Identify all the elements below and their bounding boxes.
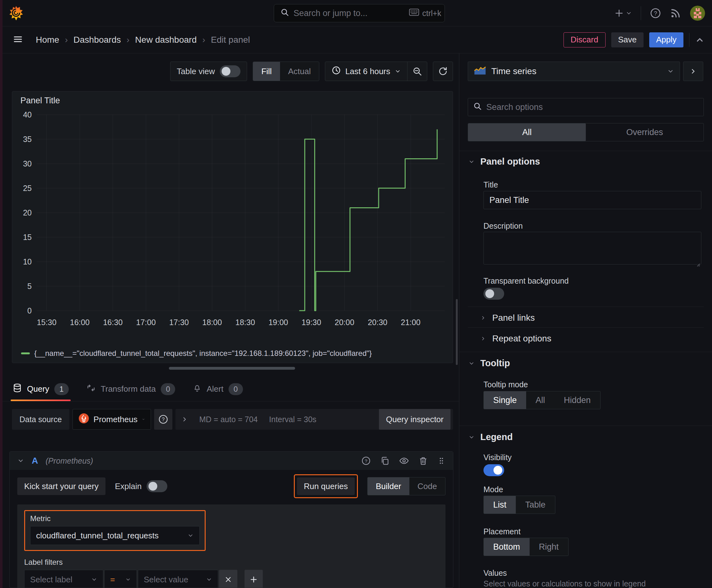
drag-handle-icon[interactable] — [437, 456, 446, 465]
tooltip-all-option[interactable]: All — [526, 391, 555, 409]
collapse-options-chevron-right-icon[interactable] — [683, 62, 703, 81]
title-label: Title — [483, 180, 498, 189]
search-input[interactable] — [294, 8, 405, 18]
chevron-down-icon — [626, 10, 632, 16]
code-option[interactable]: Code — [409, 478, 445, 495]
actual-option[interactable]: Actual — [280, 62, 319, 81]
new-menu-button[interactable] — [614, 8, 632, 18]
svg-text:16:00: 16:00 — [70, 318, 90, 327]
tab-alert[interactable]: Alert 0 — [191, 377, 244, 401]
query-inspector-button[interactable]: Query inspector — [379, 409, 451, 430]
visualization-picker[interactable]: Time series — [468, 62, 680, 81]
discard-button[interactable]: Discard — [563, 33, 606, 47]
operator-dropdown[interactable]: = — [104, 570, 137, 588]
placement-bottom-option[interactable]: Bottom — [484, 538, 530, 555]
collapse-header-chevron-up-icon[interactable] — [695, 35, 705, 45]
description-textarea[interactable] — [483, 232, 701, 265]
user-avatar[interactable] — [690, 6, 705, 21]
svg-text:5: 5 — [27, 282, 32, 291]
panel-links-label: Panel links — [492, 313, 535, 323]
panel-links-section[interactable]: Panel links — [480, 313, 535, 323]
legend-table-option[interactable]: Table — [516, 496, 555, 513]
refresh-icon[interactable] — [433, 62, 453, 81]
builder-option[interactable]: Builder — [368, 478, 409, 495]
breadcrumb-new-dashboard[interactable]: New dashboard — [135, 35, 196, 45]
delete-query-trash-icon[interactable] — [418, 456, 428, 465]
query-ref-id[interactable]: A — [32, 456, 38, 466]
chevron-down-icon — [468, 159, 475, 165]
breadcrumb-home[interactable]: Home — [36, 35, 59, 45]
remove-filter-close-icon[interactable] — [219, 570, 237, 588]
divider — [468, 327, 704, 328]
panel-title-input[interactable] — [483, 191, 701, 209]
visual-query-editor: Metric cloudflared_tunnel_total_requests… — [17, 504, 446, 588]
time-range-picker[interactable]: Last 6 hours — [325, 62, 407, 81]
legend-section-header[interactable]: Legend — [468, 432, 513, 442]
tab-alert-label: Alert — [207, 384, 223, 394]
resize-grip-icon[interactable] — [695, 259, 711, 587]
grafana-edit-panel: ctrl+k ? Home — [0, 0, 712, 588]
menu-toggle-icon[interactable] — [13, 35, 23, 45]
tooltip-single-option[interactable]: Single — [484, 391, 526, 409]
placement-right-option[interactable]: Right — [530, 538, 568, 555]
svg-text:15:30: 15:30 — [37, 318, 57, 327]
timeseries-chart[interactable]: 051015202530354015:3016:0016:3017:0017:3… — [16, 108, 449, 331]
tab-overrides[interactable]: Overrides — [586, 123, 704, 141]
news-rss-icon[interactable] — [670, 7, 681, 19]
legend-mode-switch: List Table — [483, 496, 555, 514]
chevron-down-icon — [125, 577, 131, 582]
explain-toggle[interactable] — [147, 480, 167, 492]
transform-icon — [86, 383, 96, 395]
tooltip-hidden-option[interactable]: Hidden — [555, 391, 600, 409]
chevron-right-icon — [480, 336, 486, 341]
divider — [459, 352, 712, 352]
datasource-name: Prometheus — [93, 415, 137, 424]
all-overrides-tabs: All Overrides — [468, 123, 704, 141]
time-range-group: Last 6 hours — [325, 62, 427, 81]
table-view-toggle[interactable] — [220, 65, 240, 77]
global-search[interactable]: ctrl+k — [274, 4, 445, 22]
save-button[interactable]: Save — [611, 33, 644, 47]
query-help-icon[interactable]: ? — [361, 456, 371, 465]
series-legend-label[interactable]: {__name__="cloudflared_tunnel_total_requ… — [34, 349, 372, 358]
pane-resize-handle[interactable] — [169, 367, 295, 370]
options-expand-chevron-right-icon[interactable] — [181, 416, 188, 423]
left-pane-scrollbar[interactable] — [456, 299, 458, 365]
metric-select[interactable]: cloudflared_tunnel_total_requests — [30, 526, 200, 545]
zoom-out-icon[interactable] — [408, 62, 427, 81]
add-filter-plus-icon[interactable] — [244, 570, 263, 588]
datasource-help-icon[interactable]: ? — [154, 409, 172, 430]
legend-list-option[interactable]: List — [484, 496, 516, 513]
apply-button[interactable]: Apply — [649, 33, 684, 47]
options-search[interactable] — [468, 98, 704, 116]
hide-query-eye-icon[interactable] — [399, 456, 409, 466]
kick-start-button[interactable]: Kick start your query — [17, 478, 106, 495]
run-queries-button[interactable]: Run queries — [297, 478, 355, 495]
select-value-dropdown[interactable]: Select value — [138, 570, 218, 588]
tab-all[interactable]: All — [468, 123, 586, 141]
query-row-header[interactable]: A (Prometheus) ? — [10, 452, 453, 470]
transparent-background-toggle[interactable] — [483, 288, 504, 300]
grafana-logo-icon[interactable] — [8, 5, 24, 21]
tab-query[interactable]: Query 1 — [11, 377, 71, 401]
tab-transform-data[interactable]: Transform data 0 — [84, 377, 177, 401]
metric-label: Metric — [30, 514, 200, 523]
query-row-actions: ? — [361, 456, 446, 466]
fill-option[interactable]: Fill — [253, 62, 280, 81]
select-label-dropdown[interactable]: Select label — [24, 570, 103, 588]
search-icon — [280, 8, 289, 19]
duplicate-query-icon[interactable] — [380, 456, 390, 465]
options-search-input[interactable] — [486, 102, 698, 112]
legend-visibility-toggle[interactable] — [483, 464, 504, 476]
tooltip-section-header[interactable]: Tooltip — [468, 358, 510, 369]
label-filters-row: Select label = Select value — [24, 570, 438, 588]
help-icon[interactable]: ? — [650, 7, 661, 19]
repeat-options-section[interactable]: Repeat options — [480, 334, 551, 344]
breadcrumb-sep-icon: › — [127, 35, 129, 45]
breadcrumb-dashboards[interactable]: Dashboards — [73, 35, 121, 45]
panel-options-section-header[interactable]: Panel options — [468, 156, 540, 167]
chevron-down-icon — [395, 68, 401, 75]
metric-annotation-box: Metric cloudflared_tunnel_total_requests — [24, 510, 206, 551]
datasource-picker[interactable]: Prometheus — [72, 409, 151, 430]
select-label-placeholder: Select label — [30, 575, 72, 585]
